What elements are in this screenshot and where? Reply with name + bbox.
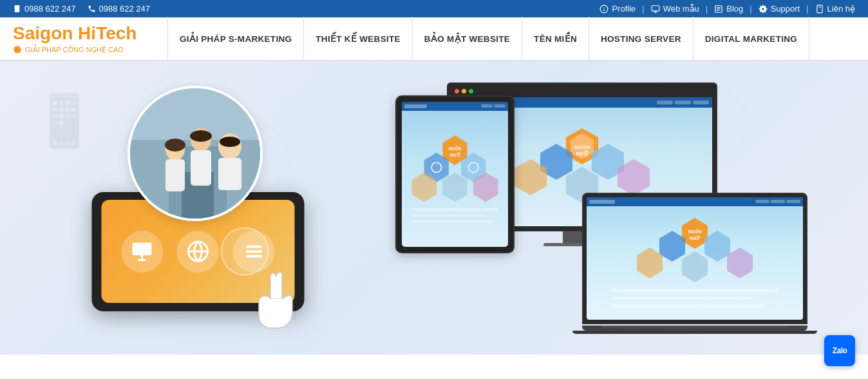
zalo-button[interactable]: Zalo (824, 335, 855, 355)
top-bar-links: Profile | Web mẫu | Blog | Support | Liê… (599, 4, 855, 14)
sep4: | (806, 4, 808, 14)
phone-icon-2 (88, 5, 96, 13)
svg-rect-28 (218, 158, 241, 190)
svg-marker-74 (682, 251, 708, 282)
tablet-nav-items (429, 104, 505, 108)
svg-point-4 (604, 7, 605, 8)
tablet-honeycomb: NGÔN NGỮ (406, 121, 504, 237)
phone2-item: 0988 622 247 (88, 4, 151, 14)
tablet-device: NGÔN NGỮ (395, 95, 514, 253)
nav-baomat[interactable]: BẢO MẬT WEBSITE (413, 17, 522, 61)
nav-support-link[interactable]: Support (759, 4, 800, 14)
hero-content: NGÔN NGỮ (48, 63, 820, 353)
svg-rect-67 (412, 220, 492, 223)
svg-text:NGỮ: NGỮ (690, 235, 701, 240)
logo-gear-icon (13, 45, 22, 54)
svg-rect-65 (412, 208, 498, 211)
phone1-text: 0988 622 247 (24, 4, 76, 14)
nav-item-3 (693, 101, 709, 104)
svg-point-1 (17, 10, 17, 11)
zalo-label: Zalo (833, 346, 847, 355)
svg-rect-66 (412, 214, 486, 217)
laptop-website-nav (587, 197, 803, 206)
svg-rect-37 (133, 243, 152, 256)
svg-rect-5 (652, 5, 659, 10)
laptop-bottom-frame (582, 326, 807, 331)
logo-text: Saigon HiTech (13, 23, 142, 44)
tablet-website-nav (402, 102, 508, 111)
main-nav: GIẢI PHÁP S-MARKETING THIẾT KẾ WEBSITE B… (167, 17, 855, 61)
svg-marker-75 (727, 248, 753, 278)
svg-point-34 (165, 139, 185, 151)
nav-blog-link[interactable]: Blog (714, 4, 743, 14)
info-circle-icon (599, 5, 609, 14)
top-bar-contacts: 0988 622 247 0988 622 247 (13, 4, 150, 14)
tablet-screen-area: NGÔN NGỮ (402, 102, 508, 247)
gear-icon (759, 5, 768, 14)
svg-marker-61 (442, 172, 467, 202)
svg-rect-33 (165, 159, 185, 191)
hero-section: 📱 💻 🖥 📊 (0, 61, 868, 355)
svg-text:NGỮ: NGỮ (576, 150, 589, 157)
monitor-icon (651, 5, 660, 14)
monitor-dots (452, 88, 712, 95)
nav-item-1 (657, 101, 673, 104)
phone-icon-1 (13, 5, 21, 13)
globe-icon (186, 240, 209, 263)
top-bar: 0988 622 247 0988 622 247 Profile | Web … (0, 0, 868, 17)
hero-left (61, 86, 357, 331)
laptop-base-detail (601, 326, 788, 327)
laptop-keyboard-base (572, 331, 817, 334)
sep3: | (750, 4, 751, 14)
dot-green (469, 89, 473, 93)
svg-rect-0 (15, 5, 20, 12)
nav-digital[interactable]: DIGITAL MARKETING (693, 17, 809, 61)
blog-icon (714, 5, 723, 14)
nav-hosting[interactable]: HOSTING SERVER (589, 17, 693, 61)
nav-smarketing[interactable]: GIẢI PHÁP S-MARKETING (167, 17, 304, 61)
nav-tenmien[interactable]: TÊN MIỀN (522, 17, 589, 61)
svg-marker-71 (659, 231, 685, 262)
sep2: | (706, 4, 708, 14)
nav-profile-link[interactable]: Profile (599, 4, 636, 14)
tablet-content: NGÔN NGỮ (402, 111, 508, 247)
svg-marker-72 (704, 231, 730, 262)
logo-brand-main: Saigon Hi (13, 23, 96, 43)
website-nav-items (490, 101, 709, 104)
phone-icon-highlight (221, 228, 269, 276)
dot-red (455, 89, 459, 93)
logo-tagline: GIẢI PHÁP CÔNG NGHỆ CAO (13, 45, 142, 54)
svg-rect-76 (611, 289, 778, 292)
phone-icon-globe (177, 231, 219, 273)
nav-item-2 (675, 101, 691, 104)
nav-webmau-link[interactable]: Web mẫu (651, 4, 699, 14)
navbar: Saigon HiTech GIẢI PHÁP CÔNG NGHỆ CAO GI… (0, 17, 868, 61)
laptop-honeycomb: NGÔN NGỮ (592, 211, 798, 315)
svg-text:NGỮ: NGỮ (449, 152, 460, 157)
svg-point-36 (220, 137, 240, 147)
nav-lienhe-link[interactable]: Liên hệ (815, 4, 855, 14)
logo-tagline-text: GIẢI PHÁP CÔNG NGHỆ CAO (25, 46, 124, 54)
svg-marker-73 (637, 248, 663, 278)
logo-brand-accent: Tech (96, 23, 137, 43)
hero-right: NGÔN NGỮ (395, 83, 807, 334)
people-circle (127, 86, 263, 221)
zalo-phone-icon (815, 5, 824, 14)
logo: Saigon HiTech GIẢI PHÁP CÔNG NGHỆ CAO (13, 23, 142, 54)
laptop-device: NGÔN NGỮ (582, 193, 807, 334)
dot-yellow (462, 89, 466, 93)
cursor-hand-icon (254, 270, 305, 335)
laptop-content: NGÔN NGỮ (587, 206, 803, 320)
nav-thietke[interactable]: THIẾT KẾ WEBSITE (304, 17, 413, 61)
hand-cursor (254, 270, 305, 337)
svg-text:NGÔN: NGÔN (688, 229, 702, 234)
people-illustration (130, 88, 263, 221)
svg-point-35 (190, 130, 212, 142)
monitor-screen-icon (131, 240, 154, 263)
svg-text:NGÔN: NGÔN (574, 144, 590, 150)
tablet-frame: NGÔN NGỮ (395, 95, 514, 253)
sep1: | (642, 4, 644, 14)
tablet-logo (404, 104, 427, 108)
phone-icon-monitor (121, 231, 163, 273)
svg-rect-31 (191, 150, 211, 186)
